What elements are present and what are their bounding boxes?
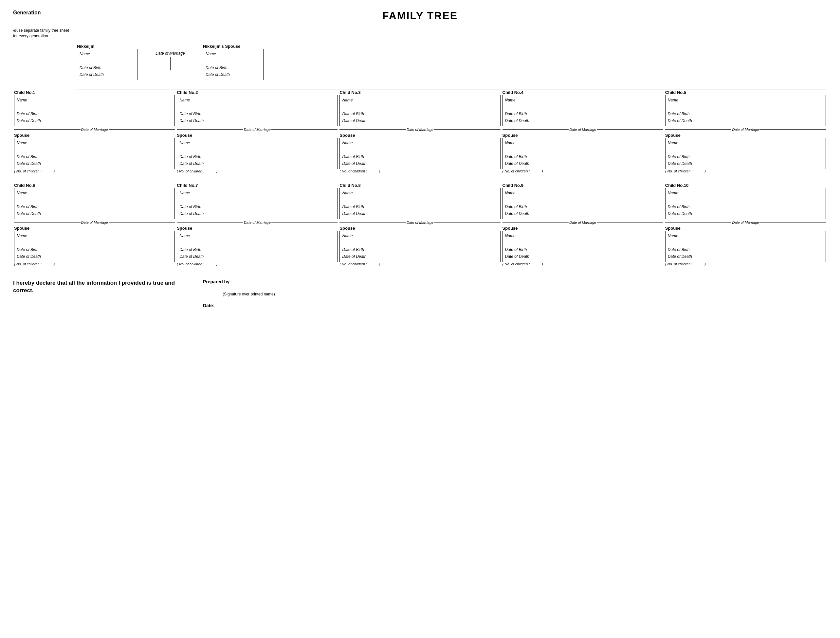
child-5-col: Child No.5 Name Date of Birth Date of De… bbox=[664, 90, 827, 173]
child-2-col: Child No.2 Name Date of Birth Date of De… bbox=[176, 90, 339, 173]
page-root: Generation FAMILY TREE ※use separate fam… bbox=[13, 10, 827, 315]
sp-dob: Date of Birth bbox=[206, 65, 261, 71]
nikkeijin-block: Nikkeijin Name Date of Birth Date of Dea… bbox=[77, 44, 138, 80]
child-9-col: Child No.9 Name Date of Birth Date of De… bbox=[501, 183, 664, 266]
child-5-spouse-label: Spouse bbox=[665, 133, 826, 138]
child-9-no-children: ( No. of children : ) bbox=[503, 262, 663, 266]
generation-label: Generation bbox=[13, 10, 65, 16]
child-4-spouse-box[interactable]: Name Date of Birth Date of Death bbox=[503, 138, 663, 169]
spouse-block: Nikkeijin's Spouse Name Date of Birth Da… bbox=[203, 44, 264, 80]
marriage-connector-top: Date of Marriage bbox=[138, 44, 203, 71]
child-6-marriage: Date of Marriage bbox=[14, 220, 175, 226]
nikkeijin-label: Nikkeijin bbox=[77, 44, 138, 49]
child-3-marriage: Date of Marriage bbox=[340, 126, 500, 133]
connector-main-line bbox=[107, 80, 827, 90]
prepared-section: Prepared by: (Signature over printed nam… bbox=[203, 279, 827, 315]
child-6-col: Child No.6 Name Date of Birth Date of De… bbox=[13, 183, 176, 266]
child-10-no-children: ( No. of children : ) bbox=[665, 262, 826, 266]
child-5-spouse-box[interactable]: Name Date of Birth Date of Death bbox=[665, 138, 826, 169]
child-10-marriage: Date of Marriage bbox=[665, 220, 826, 226]
nik-dod: Date of Death bbox=[79, 71, 135, 78]
child-1-spouse-box[interactable]: Name Date of Birth Date of Death bbox=[14, 138, 175, 169]
child-1-box[interactable]: Name Date of Birth Date of Death bbox=[14, 95, 175, 126]
child-9-label: Child No.9 bbox=[503, 183, 663, 188]
date-label: Date: bbox=[203, 303, 827, 308]
child-1-label: Child No.1 bbox=[14, 90, 175, 95]
child-5-no-children: ( No. of children : ) bbox=[665, 169, 826, 173]
child-5-box[interactable]: Name Date of Birth Date of Death bbox=[665, 95, 826, 126]
child-8-label: Child No.8 bbox=[340, 183, 500, 188]
child-8-box[interactable]: Name Date of Birth Date of Death bbox=[340, 188, 500, 219]
child-1-no-children: ( No. of children : ) bbox=[14, 169, 175, 173]
child-7-no-children: ( No. of children : ) bbox=[177, 262, 337, 266]
child-4-label: Child No.4 bbox=[503, 90, 663, 95]
child-3-no-children: ( No. of children : ) bbox=[340, 169, 500, 173]
child-10-label: Child No.10 bbox=[665, 183, 826, 188]
child-7-label: Child No.7 bbox=[177, 183, 337, 188]
spouse-box[interactable]: Name Date of Birth Date of Death bbox=[203, 49, 264, 80]
sp-spacer bbox=[206, 58, 261, 65]
marriage-vline bbox=[170, 57, 171, 70]
children-row-1: Child No.1 Name Date of Birth Date of De… bbox=[13, 90, 827, 173]
child-9-marriage: Date of Marriage bbox=[503, 220, 663, 226]
child-3-label: Child No.3 bbox=[340, 90, 500, 95]
child-1-marriage: Date of Marriage bbox=[14, 126, 175, 133]
child-7-col: Child No.7 Name Date of Birth Date of De… bbox=[176, 183, 339, 266]
child-6-spouse-box[interactable]: Name Date of Birth Date of Death bbox=[14, 231, 175, 262]
child-4-col: Child No.4 Name Date of Birth Date of De… bbox=[501, 90, 664, 173]
page-header: Generation FAMILY TREE bbox=[13, 10, 827, 22]
child-2-marriage: Date of Marriage bbox=[177, 126, 337, 133]
child-8-spouse-box[interactable]: Name Date of Birth Date of Death bbox=[340, 231, 500, 262]
date-line bbox=[203, 315, 294, 315]
child-7-spouse-label: Spouse bbox=[177, 226, 337, 231]
top-connector bbox=[77, 80, 827, 90]
note-row: ※use separate family tree sheet for ever… bbox=[13, 28, 827, 42]
child-8-no-children: ( No. of children : ) bbox=[340, 262, 500, 266]
child-1-col: Child No.1 Name Date of Birth Date of De… bbox=[13, 90, 176, 173]
page-title: FAMILY TREE bbox=[65, 10, 775, 22]
child-10-col: Child No.10 Name Date of Birth Date of D… bbox=[664, 183, 827, 266]
child-8-spouse-label: Spouse bbox=[340, 226, 500, 231]
child-3-spouse-label: Spouse bbox=[340, 133, 500, 138]
child-4-box[interactable]: Name Date of Birth Date of Death bbox=[503, 95, 663, 126]
sp-dod: Date of Death bbox=[206, 71, 261, 78]
child-6-no-children: ( No. of children : ) bbox=[14, 262, 175, 266]
prepared-by-label: Prepared by: bbox=[203, 279, 827, 284]
child-4-marriage: Date of Marriage bbox=[503, 126, 663, 133]
sp-name: Name bbox=[206, 51, 261, 58]
nikkeijin-box[interactable]: Name Date of Birth Date of Death bbox=[77, 49, 138, 80]
child-9-spouse-label: Spouse bbox=[503, 226, 663, 231]
child-10-box[interactable]: Name Date of Birth Date of Death bbox=[665, 188, 826, 219]
child-9-box[interactable]: Name Date of Birth Date of Death bbox=[503, 188, 663, 219]
child-3-box[interactable]: Name Date of Birth Date of Death bbox=[340, 95, 500, 126]
row-spacer bbox=[13, 173, 827, 183]
declaration-text: I hereby declare that all the informatio… bbox=[13, 279, 184, 295]
child-5-marriage: Date of Marriage bbox=[665, 126, 826, 133]
child-10-spouse-label: Spouse bbox=[665, 226, 826, 231]
child-6-spouse-label: Spouse bbox=[14, 226, 175, 231]
child-7-marriage: Date of Marriage bbox=[177, 220, 337, 226]
child-3-col: Child No.3 Name Date of Birth Date of De… bbox=[339, 90, 501, 173]
child-9-spouse-box[interactable]: Name Date of Birth Date of Death bbox=[503, 231, 663, 262]
child-2-label: Child No.2 bbox=[177, 90, 337, 95]
child-6-box[interactable]: Name Date of Birth Date of Death bbox=[14, 188, 175, 219]
child-5-label: Child No.5 bbox=[665, 90, 826, 95]
child-4-spouse-label: Spouse bbox=[503, 133, 663, 138]
declaration-section: I hereby declare that all the informatio… bbox=[13, 279, 827, 315]
note-text: ※use separate family tree sheet for ever… bbox=[13, 28, 72, 39]
child-7-box[interactable]: Name Date of Birth Date of Death bbox=[177, 188, 337, 219]
child-6-label: Child No.6 bbox=[14, 183, 175, 188]
child-4-no-children: ( No. of children : ) bbox=[503, 169, 663, 173]
child-8-col: Child No.8 Name Date of Birth Date of De… bbox=[339, 183, 501, 266]
nik-spacer bbox=[79, 58, 135, 65]
child-7-spouse-box[interactable]: Name Date of Birth Date of Death bbox=[177, 231, 337, 262]
child-2-box[interactable]: Name Date of Birth Date of Death bbox=[177, 95, 337, 126]
child-10-spouse-box[interactable]: Name Date of Birth Date of Death bbox=[665, 231, 826, 262]
nik-dob: Date of Birth bbox=[79, 65, 135, 71]
dom-label-top: Date of Marriage bbox=[155, 51, 185, 55]
child-3-spouse-box[interactable]: Name Date of Birth Date of Death bbox=[340, 138, 500, 169]
children-row-2: Child No.6 Name Date of Birth Date of De… bbox=[13, 183, 827, 266]
child-2-spouse-box[interactable]: Name Date of Birth Date of Death bbox=[177, 138, 337, 169]
nik-name: Name bbox=[79, 51, 135, 58]
signature-line bbox=[203, 291, 294, 291]
